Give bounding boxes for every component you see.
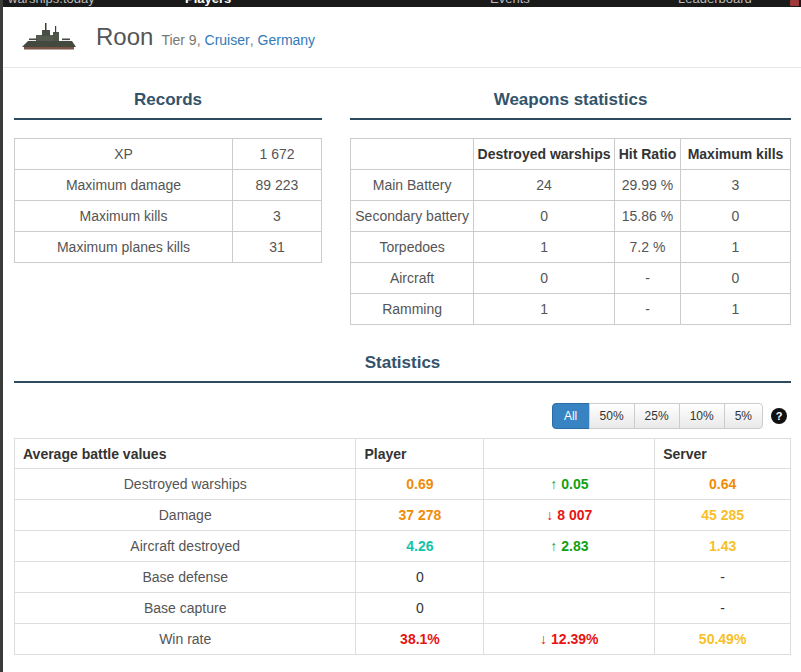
record-label: XP (15, 139, 233, 170)
arrow-down-icon: ↓ (540, 631, 547, 647)
weapon-max-kills-value: 1 (680, 294, 790, 325)
ship-name: Roon (96, 23, 153, 51)
weapons-header-row: Destroyed warships Hit Ratio Maximum kil… (351, 139, 791, 170)
weapon-destroyed-value: 0 (474, 263, 615, 294)
weapons-table: Destroyed warships Hit Ratio Maximum kil… (350, 138, 791, 325)
weapon-label: Ramming (351, 294, 474, 325)
ship-nation-link[interactable]: Germany (258, 32, 316, 48)
nav-item[interactable]: Players (185, 0, 231, 6)
stat-server-value-text: 45 285 (701, 507, 744, 523)
nav-item[interactable]: Leaderboard (678, 0, 752, 6)
weapons-row: Main Battery2429.99 %3 (351, 170, 791, 201)
stat-server-value-text: 0.64 (709, 476, 736, 492)
stats-col-diff (484, 439, 655, 469)
weapon-destroyed-value: 1 (474, 232, 615, 263)
weapons-col-destroyed: Destroyed warships (474, 139, 615, 170)
stat-player-value: 4.26 (356, 531, 484, 562)
weapons-col-blank (351, 139, 474, 170)
weapon-destroyed-value: 24 (474, 170, 615, 201)
weapons-row: Aircraft0-0 (351, 263, 791, 294)
records-row: Maximum kills3 (15, 201, 322, 232)
filter-button-10pct[interactable]: 10% (679, 403, 725, 429)
weapons-row: Torpedoes17.2 %1 (351, 232, 791, 263)
stat-player-value: 0 (356, 562, 484, 593)
statistics-filter-row: All50%25%10%5% ? (14, 403, 791, 429)
stat-label: Destroyed warships (15, 469, 356, 500)
stat-diff-value-text: 8 007 (557, 507, 592, 523)
statistics-table: Average battle values Player Server Dest… (14, 438, 791, 655)
records-section: Records XP1 672Maximum damage89 223Maxim… (14, 88, 322, 325)
weapons-section: Weapons statistics Destroyed warships Hi… (350, 88, 791, 325)
weapon-label: Secondary battery (351, 201, 474, 232)
record-value: 31 (232, 232, 321, 263)
stat-player-value: 37 278 (356, 500, 484, 531)
stat-diff-value (484, 562, 655, 593)
stat-diff-value: ↑0.05 (484, 469, 655, 500)
stat-server-value-text: - (720, 600, 725, 616)
statistics-row: Damage37 278↓8 00745 285 (15, 500, 791, 531)
weapons-col-max-kills: Maximum kills (680, 139, 790, 170)
filter-button-group: All50%25%10%5% (552, 403, 763, 429)
stat-player-value-text: 4.26 (406, 538, 433, 554)
ship-class-link[interactable]: Cruiser (205, 32, 250, 48)
stat-player-value-text: 37 278 (399, 507, 442, 523)
records-row: Maximum planes kills31 (15, 232, 322, 263)
stat-diff-value-text: 12.39% (551, 631, 598, 647)
stats-col-player: Player (356, 439, 484, 469)
nav-item[interactable]: warships.today (8, 0, 95, 6)
statistics-row: Base capture0- (15, 593, 791, 624)
records-title: Records (14, 88, 322, 120)
separator-comma: , (250, 32, 254, 48)
stat-label: Aircraft destroyed (15, 531, 356, 562)
statistics-row: Aircraft destroyed4.26↑2.831.43 (15, 531, 791, 562)
weapons-row: Ramming1-1 (351, 294, 791, 325)
weapon-hit-ratio-value: 15.86 % (614, 201, 680, 232)
main-content: Records XP1 672Maximum damage89 223Maxim… (0, 88, 801, 655)
weapon-label: Aircraft (351, 263, 474, 294)
weapons-title: Weapons statistics (350, 88, 791, 120)
stat-label: Win rate (15, 624, 356, 655)
filter-button-50pct[interactable]: 50% (589, 403, 635, 429)
stat-server-value: 45 285 (655, 500, 791, 531)
stat-player-value-text: 0.69 (406, 476, 433, 492)
statistics-row: Destroyed warships0.69↑0.050.64 (15, 469, 791, 500)
weapon-label: Main Battery (351, 170, 474, 201)
record-label: Maximum kills (15, 201, 233, 232)
ship-title: Roon Tier 9, Cruiser , Germany (96, 23, 315, 51)
record-label: Maximum planes kills (15, 232, 233, 263)
weapon-destroyed-value: 1 (474, 294, 615, 325)
record-value: 3 (232, 201, 321, 232)
arrow-up-icon: ↑ (550, 476, 557, 492)
ship-thumbnail-image (20, 21, 78, 53)
weapon-destroyed-value: 0 (474, 201, 615, 232)
filter-button-all[interactable]: All (552, 403, 590, 429)
filter-button-5pct[interactable]: 5% (724, 403, 763, 429)
weapons-col-hit-ratio: Hit Ratio (614, 139, 680, 170)
stat-diff-value-text: 0.05 (561, 476, 588, 492)
stat-player-value-text: 0 (416, 600, 424, 616)
weapon-hit-ratio-value: 29.99 % (614, 170, 680, 201)
top-navbar: warships.todayPlayersEventsLeaderboardWa… (0, 0, 801, 7)
nav-item[interactable]: Events (490, 0, 530, 6)
weapon-label: Torpedoes (351, 232, 474, 263)
arrow-down-icon: ↓ (546, 507, 553, 523)
weapon-hit-ratio-value: 7.2 % (614, 232, 680, 263)
stat-label: Base capture (15, 593, 356, 624)
filter-button-25pct[interactable]: 25% (634, 403, 680, 429)
records-row: XP1 672 (15, 139, 322, 170)
weapon-max-kills-value: 3 (680, 170, 790, 201)
ship-tier: Tier 9, (161, 32, 200, 48)
stat-server-value: 0.64 (655, 469, 791, 500)
stat-server-value: 50.49% (655, 624, 791, 655)
statistics-row: Win rate38.1%↓12.39%50.49% (15, 624, 791, 655)
stats-col-label: Average battle values (15, 439, 356, 469)
stat-label: Damage (15, 500, 356, 531)
weapon-hit-ratio-value: - (614, 263, 680, 294)
help-icon[interactable]: ? (771, 408, 787, 424)
weapons-row: Secondary battery015.86 %0 (351, 201, 791, 232)
record-value: 1 672 (232, 139, 321, 170)
stat-player-value: 0.69 (356, 469, 484, 500)
stat-server-value: - (655, 593, 791, 624)
locale-flag-icon[interactable] (790, 0, 799, 6)
stat-server-value: - (655, 562, 791, 593)
